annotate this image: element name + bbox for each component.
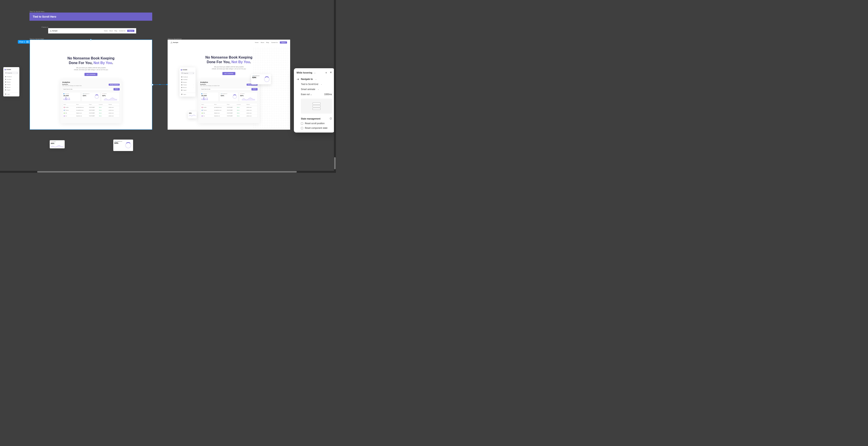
frame-label[interactable]: Frame 4 xyxy=(41,26,48,28)
stat-engagement: 📊 Engagement 63% xyxy=(82,92,100,102)
sidebar-item-support[interactable]: Support xyxy=(180,89,195,91)
get-started-button[interactable]: GET STARTED xyxy=(85,73,97,76)
chevron-down-icon: ⌄ xyxy=(314,72,316,74)
nav-link-contact[interactable]: Contact Us xyxy=(119,30,126,31)
flow-starting-point-tag[interactable]: Flow 1 xyxy=(18,40,30,43)
info-icon[interactable]: ⓘ xyxy=(330,117,332,120)
nav-link-contact[interactable]: Contact Us xyxy=(271,42,278,43)
stats-row: 👥 Customers 20,345 📊 Engagement 63% 📈 Gr… xyxy=(62,92,120,102)
sidebar-item-products[interactable]: Products› xyxy=(180,83,195,86)
brand-name: Starlight xyxy=(173,42,178,43)
easing-dropdown[interactable]: Ease out ⌄ xyxy=(301,93,312,95)
products-icon xyxy=(5,84,6,85)
add-interaction-button[interactable]: + xyxy=(326,71,327,75)
table-row[interactable]: Leoleo@site.com123-578-3487• Activewebsi… xyxy=(62,115,119,117)
bar-chart-icon xyxy=(201,97,218,100)
checkbox-unchecked-icon[interactable] xyxy=(301,127,303,129)
trigger-dropdown[interactable]: While hovering ⌄ xyxy=(297,71,316,74)
sidebar-item-label: Analytics xyxy=(183,82,187,83)
search-input[interactable] xyxy=(200,88,251,90)
table-row[interactable]: Lillalila@site.com123-578-3487• Activewe… xyxy=(62,112,119,115)
signup-button[interactable]: Signup xyxy=(127,30,134,32)
table-row[interactable]: Thomastommy@site.com243-578-3487• Active… xyxy=(62,109,119,112)
canvas-growth-card[interactable]: 📈 Growth 63% xyxy=(50,140,65,148)
table-row[interactable]: Lillalila@site.com123-578-3487• Activewe… xyxy=(200,112,257,115)
editor-icon xyxy=(181,79,182,80)
sidebar-item-site-editor[interactable]: Site Editor xyxy=(180,78,195,81)
horizontal-scrollbar-thumb[interactable] xyxy=(37,171,297,173)
sidebar-item-account[interactable]: Account› xyxy=(180,86,195,89)
table-row[interactable]: Thomastommy@site.com243-578-3487• Active… xyxy=(200,109,257,112)
artboard-scroll-end[interactable]: Starlight Home About Blog Contact Us Sig… xyxy=(167,40,290,130)
checkbox-unchecked-icon[interactable] xyxy=(301,122,303,125)
sidebar-item-account[interactable]: Account› xyxy=(3,86,19,89)
animation-preview[interactable] xyxy=(301,99,332,114)
ring-chart-icon xyxy=(125,142,131,148)
nav-link-home[interactable]: Home xyxy=(255,42,258,43)
vertical-scrollbar-track[interactable] xyxy=(334,0,336,173)
nav-link-blog[interactable]: Blog xyxy=(115,30,117,31)
dasher-user-selector[interactable]: DesignerUp ▾ xyxy=(181,72,194,75)
nav-link-home[interactable]: Home xyxy=(104,30,107,31)
get-started-button[interactable]: GET STARTED xyxy=(222,72,236,75)
dasher-user-selector[interactable]: DesignerUp ▾ xyxy=(4,71,18,74)
dasher-title-text: DASHER xyxy=(183,69,187,70)
interactions-panel[interactable]: While hovering ⌄ + ✕ Navigate to ⌄ Tied … xyxy=(294,68,335,132)
destination-dropdown[interactable]: Tied to Scroll End ⌄ xyxy=(294,82,335,87)
action-row[interactable]: Navigate to ⌄ xyxy=(294,77,335,82)
sidebar-item-label: Dashboard xyxy=(7,76,12,77)
sidebar-item-label: Products xyxy=(7,84,11,85)
sidebar-item-analytics[interactable]: Analytics xyxy=(3,81,19,83)
selection-handle-top[interactable] xyxy=(90,39,92,40)
sidebar-item-products[interactable]: Products› xyxy=(3,83,19,86)
sidebar-item-site-editor[interactable]: Site Editor xyxy=(3,78,19,81)
search-input[interactable] xyxy=(62,88,113,90)
dasher-logo-icon xyxy=(181,69,182,70)
vertical-scrollbar-thumb[interactable] xyxy=(334,157,336,169)
dasher-title-text: DASHER xyxy=(6,69,11,70)
editor-icon xyxy=(5,79,6,80)
search-button[interactable]: Search xyxy=(114,88,120,90)
account-icon xyxy=(181,87,182,88)
stat-value: 63% xyxy=(102,95,119,97)
sidebar-item-logout[interactable]: Logout xyxy=(180,93,195,95)
section-banner[interactable]: Tied to Scroll Hero xyxy=(29,12,152,21)
data-table: Name Email Phone Customer Website Jennif… xyxy=(62,103,120,118)
artboard-scroll-start[interactable]: No Nonsense Book Keeping Done For You, N… xyxy=(30,40,152,130)
nav-link-about[interactable]: About xyxy=(261,42,264,43)
animation-dropdown[interactable]: Smart animate ⌄ xyxy=(294,87,335,92)
signup-button[interactable]: Signup xyxy=(280,41,287,43)
chevron-down-icon: ▾ xyxy=(193,72,193,74)
sidebar-item-label: Site Editor xyxy=(183,79,187,80)
reset-component-checkbox-row[interactable]: Reset component state xyxy=(294,126,335,130)
dasher-user-name: DesignerUp xyxy=(7,72,12,73)
stat-value: 63% xyxy=(189,113,195,114)
duration-input[interactable]: 1000ms xyxy=(324,93,332,95)
sidebar-item-dashboard[interactable]: Dashboard xyxy=(180,76,195,78)
stat-value: 63% xyxy=(240,95,256,97)
table-row[interactable]: Jenniferjennifer@site.com123-578-3487• A… xyxy=(62,106,119,109)
close-panel-button[interactable]: ✕ xyxy=(330,71,332,75)
sidebar-item-dashboard[interactable]: Dashboard xyxy=(3,75,19,78)
manage-dashboard-button[interactable]: Manage Dashboard xyxy=(108,84,120,86)
canvas-engagement-card[interactable]: 📊 Engagement 63% xyxy=(113,140,133,151)
search-button[interactable]: Search xyxy=(251,88,257,90)
reset-scroll-checkbox-row[interactable]: Reset scroll position xyxy=(294,121,335,126)
navbar-frame[interactable]: Starlight Home About Blog Contact Us Sig… xyxy=(48,28,136,33)
sidebar-item-analytics[interactable]: Analytics xyxy=(180,81,195,83)
table-row[interactable]: Jenniferjennifer@site.com123-578-3487• A… xyxy=(200,106,257,109)
horizontal-scrollbar-track[interactable] xyxy=(0,171,336,173)
sidebar-item-label: Account xyxy=(183,87,187,88)
sidebar-item-logout[interactable]: Logout xyxy=(3,92,19,95)
chevron-right-icon: › xyxy=(193,84,194,85)
dasher-sidebar-left[interactable]: DASHER DesignerUp ▾ Dashboard Site Edito… xyxy=(3,67,19,96)
brand-logo: Starlight xyxy=(50,30,57,32)
dasher-sidebar-end[interactable]: DASHER DesignerUp ▾ Dashboard Site Edito… xyxy=(180,67,195,97)
table-row[interactable]: Leoleo@site.com123-578-3487• Activewebsi… xyxy=(200,115,257,117)
table-header-row: Name Email Phone Customer Website xyxy=(200,103,257,106)
nav-link-about[interactable]: About xyxy=(109,30,113,31)
stat-growth: 📈 Growth 63% xyxy=(101,92,120,102)
nav-link-blog[interactable]: Blog xyxy=(267,42,269,43)
sidebar-item-support[interactable]: Support xyxy=(3,89,19,91)
hero-nav: Starlight Home About Blog Contact Us Sig… xyxy=(167,40,290,46)
